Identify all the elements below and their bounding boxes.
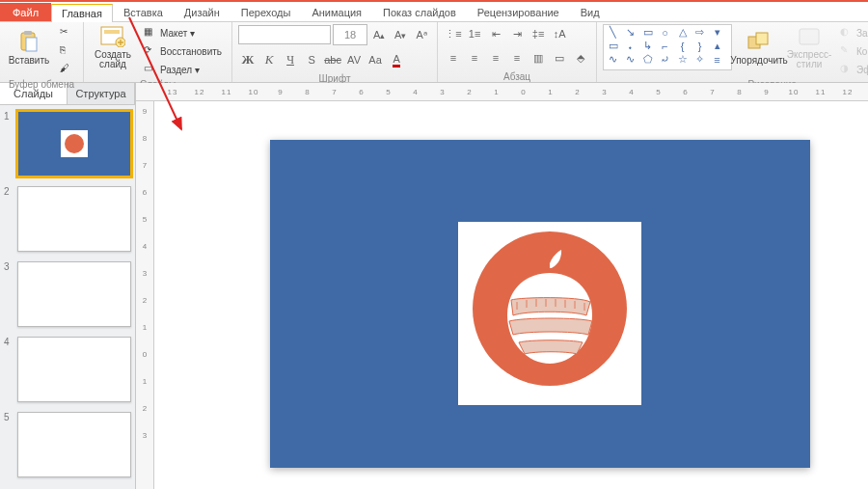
tab-view[interactable]: Вид — [570, 3, 610, 21]
group-clipboard: Вставить ✂ ⎘ 🖌 Буфер обмена — [0, 22, 84, 82]
justify-button[interactable]: ≡ — [507, 48, 527, 68]
tab-review[interactable]: Рецензирование — [467, 3, 570, 21]
case-button[interactable]: Aa — [366, 50, 385, 69]
layout-icon: ▦ — [144, 26, 157, 40]
quick-styles-icon — [797, 25, 822, 48]
shape-outline-button[interactable]: ✎Контур фигуры ▾ — [836, 42, 868, 60]
tab-transitions[interactable]: Переходы — [231, 3, 302, 21]
svg-rect-2 — [26, 38, 37, 51]
slide[interactable] — [270, 140, 810, 468]
spacing-button[interactable]: AV — [344, 50, 364, 69]
font-name-input[interactable] — [238, 25, 331, 44]
align-text-button[interactable]: ▭ — [550, 48, 569, 68]
tab-design[interactable]: Дизайн — [174, 3, 231, 21]
slide-canvas[interactable] — [154, 101, 868, 489]
svg-rect-7 — [756, 33, 768, 44]
tab-animation[interactable]: Анимация — [301, 3, 372, 21]
shadow-button[interactable]: S — [302, 50, 321, 69]
strike-button[interactable]: abc — [323, 50, 342, 69]
new-slide-icon — [100, 25, 125, 48]
apple-logo-icon — [473, 231, 627, 386]
copy-button[interactable]: ⎘ — [56, 42, 77, 60]
underline-button[interactable]: Ч — [281, 50, 300, 69]
side-panel: Слайды Структура 1 2 3 4 5 — [0, 83, 136, 489]
align-right-button[interactable]: ≡ — [486, 48, 505, 68]
ruler-horizontal: 13121110987654321012345678910111213 — [136, 83, 868, 101]
paste-button[interactable]: Вставить — [6, 24, 52, 70]
text-direction-button[interactable]: ↕A — [550, 24, 569, 43]
cut-button[interactable]: ✂ — [56, 24, 77, 41]
svg-rect-8 — [800, 29, 819, 44]
line-spacing-button[interactable]: ‡≡ — [529, 24, 548, 43]
thumb-4[interactable] — [17, 337, 131, 402]
ribbon: Вставить ✂ ⎘ 🖌 Буфер обмена Создать слай… — [0, 22, 868, 83]
brush-icon: 🖌 — [60, 63, 73, 76]
thumbnails[interactable]: 1 2 3 4 5 — [0, 105, 135, 489]
group-drawing: ╲↘▭○△⇨▾ ▭⬩↳⌐{}▴ ∿∿⬠⤾☆✧≡ Упорядочить Эксп… — [597, 22, 868, 82]
ruler-vertical: 9876543210123 — [136, 101, 154, 489]
format-painter-button[interactable]: 🖌 — [56, 61, 77, 78]
svg-rect-1 — [24, 31, 32, 35]
ribbon-tabs: Файл Главная Вставка Дизайн Переходы Ани… — [0, 2, 868, 22]
reset-button[interactable]: ⟳Восстановить — [140, 42, 226, 60]
thumb-2[interactable] — [17, 186, 131, 252]
tab-home[interactable]: Главная — [51, 4, 113, 22]
font-size-input[interactable] — [333, 24, 367, 45]
columns-button[interactable]: ▥ — [529, 48, 548, 68]
reset-icon: ⟳ — [144, 44, 157, 58]
new-slide-button[interactable]: Создать слайд — [90, 24, 136, 70]
bullets-button[interactable]: ⋮≡ — [444, 24, 463, 43]
group-paragraph: ⋮≡ 1≡ ⇤ ⇥ ‡≡ ↕A ≡ ≡ ≡ ≡ ▥ ▭ ⬘ Абзац — [438, 22, 597, 82]
thumb-3[interactable] — [17, 261, 131, 327]
grow-font-button[interactable]: A▴ — [369, 25, 389, 44]
bucket-icon: ◐ — [840, 26, 854, 40]
group-slides: Создать слайд ▦Макет ▾ ⟳Восстановить ▭Ра… — [84, 22, 232, 82]
bold-button[interactable]: Ж — [238, 50, 258, 69]
arrange-button[interactable]: Упорядочить — [736, 24, 782, 70]
tab-insert[interactable]: Вставка — [113, 3, 174, 21]
shape-fill-button[interactable]: ◐Заливка фигуры ▾ — [836, 24, 868, 41]
section-button[interactable]: ▭Раздел ▾ — [140, 61, 226, 78]
inserted-image[interactable] — [458, 222, 641, 405]
font-color-button[interactable]: A — [387, 50, 406, 69]
clear-format-button[interactable]: Aᵃ — [412, 25, 431, 44]
group-font: A▴ A▾ Aᵃ Ж К Ч S abc AV Aa A Шрифт — [232, 22, 438, 82]
align-center-button[interactable]: ≡ — [465, 48, 484, 68]
quick-styles-button[interactable]: Экспресс-стили — [786, 24, 832, 70]
tab-slideshow[interactable]: Показ слайдов — [372, 3, 467, 21]
layout-button[interactable]: ▦Макет ▾ — [140, 24, 226, 41]
paste-icon — [16, 29, 41, 54]
pen-icon: ✎ — [840, 44, 854, 58]
shape-effects-button[interactable]: ◑Эффекты фигур ▾ — [836, 61, 868, 78]
italic-button[interactable]: К — [259, 50, 279, 69]
effects-icon: ◑ — [840, 63, 854, 76]
cut-icon: ✂ — [60, 26, 73, 40]
align-left-button[interactable]: ≡ — [444, 48, 463, 68]
smartart-button[interactable]: ⬘ — [571, 48, 590, 68]
shrink-font-button[interactable]: A▾ — [391, 25, 410, 44]
copy-icon: ⎘ — [60, 44, 73, 58]
svg-rect-4 — [104, 30, 120, 34]
indent-dec-button[interactable]: ⇤ — [486, 24, 505, 43]
thumb-1[interactable] — [17, 111, 131, 177]
section-icon: ▭ — [144, 63, 157, 76]
arrange-icon — [746, 29, 772, 54]
shapes-gallery[interactable]: ╲↘▭○△⇨▾ ▭⬩↳⌐{}▴ ∿∿⬠⤾☆✧≡ — [603, 24, 732, 70]
indent-inc-button[interactable]: ⇥ — [507, 24, 527, 43]
thumb-5[interactable] — [17, 412, 131, 477]
tab-file[interactable]: Файл — [0, 3, 51, 21]
numbering-button[interactable]: 1≡ — [465, 24, 484, 43]
